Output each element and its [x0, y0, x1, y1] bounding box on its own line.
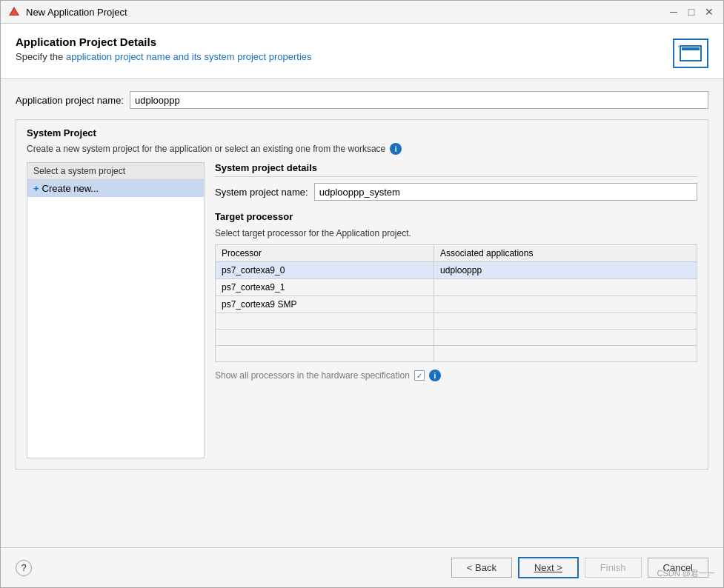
two-panel: Select a system project + Create new... …: [27, 162, 697, 458]
desc-link: application project name and its system …: [66, 51, 312, 62]
title-bar: New Application Project ─ □ ✕: [1, 1, 723, 24]
page-description: Specify the application project name and…: [16, 51, 312, 62]
system-project-name-label: System project name:: [215, 187, 308, 198]
apps-cell: [434, 330, 697, 346]
create-new-item[interactable]: + Create new...: [27, 180, 204, 197]
col-apps: Associated applications: [434, 245, 697, 262]
dialog: New Application Project ─ □ ✕ Applicatio…: [0, 0, 724, 588]
table-row[interactable]: ps7_cortexa9_1: [216, 279, 697, 296]
app-project-name-input[interactable]: [130, 91, 708, 109]
table-row: [216, 330, 697, 346]
system-project-name-input[interactable]: [314, 183, 697, 201]
app-logo: [8, 6, 20, 18]
footer-left: ?: [16, 560, 32, 576]
table-row[interactable]: ps7_cortexa9_0 udplooppp: [216, 262, 697, 279]
next-button[interactable]: Next >: [518, 557, 579, 578]
finish-button[interactable]: Finish: [585, 558, 642, 578]
show-all-checkbox[interactable]: [414, 370, 425, 381]
system-project-list: Select a system project + Create new...: [27, 162, 205, 458]
system-project-name-row: System project name:: [215, 183, 697, 201]
wizard-icon: [673, 39, 708, 68]
apps-cell: [434, 346, 697, 362]
create-new-label: Create new...: [42, 183, 99, 194]
left-panel: Select a system project + Create new...: [27, 162, 205, 458]
system-project-section: System Project Create a new system proje…: [16, 119, 708, 470]
system-project-title: System Project: [27, 127, 697, 138]
table-row: [216, 313, 697, 330]
dialog-title: New Application Project: [26, 7, 661, 18]
apps-cell: udplooppp: [434, 262, 697, 279]
processor-cell: ps7_cortexa9_0: [216, 262, 434, 279]
header-text: Application Project Details Specify the …: [16, 36, 312, 62]
processor-cell: [216, 330, 434, 346]
apps-cell: [434, 313, 697, 330]
processor-table: Processor Associated applications ps7_co…: [215, 244, 697, 362]
info-icon[interactable]: i: [390, 143, 402, 155]
processor-cell: [216, 346, 434, 362]
app-project-name-label: Application project name:: [16, 95, 124, 106]
processor-cell: ps7_cortexa9 SMP: [216, 296, 434, 313]
processor-cell: ps7_cortexa9_1: [216, 279, 434, 296]
minimize-button[interactable]: ─: [667, 5, 680, 19]
app-project-name-row: Application project name:: [16, 91, 708, 109]
window-controls: ─ □ ✕: [667, 5, 716, 19]
apps-cell: [434, 279, 697, 296]
right-panel: System project details System project na…: [215, 162, 697, 458]
header-area: Application Project Details Specify the …: [1, 24, 723, 79]
content-area: Application project name: System Project…: [1, 79, 723, 547]
target-processor-desc: Select target processor for the Applicat…: [215, 228, 697, 238]
watermark: CSDN @君一一: [657, 568, 715, 579]
table-row[interactable]: ps7_cortexa9 SMP: [216, 296, 697, 313]
apps-cell: [434, 296, 697, 313]
show-all-info-icon[interactable]: i: [429, 370, 441, 381]
processor-cell: [216, 313, 434, 330]
show-all-row: Show all processors in the hardware spec…: [215, 370, 697, 381]
footer: ? < Back Next > Finish Cancel: [1, 547, 723, 587]
page-title: Application Project Details: [16, 36, 312, 48]
svg-rect-3: [682, 47, 700, 50]
show-all-label: Show all processors in the hardware spec…: [215, 370, 410, 381]
maximize-button[interactable]: □: [685, 5, 698, 19]
system-project-desc: Create a new system project for the appl…: [27, 143, 697, 155]
close-button[interactable]: ✕: [703, 5, 716, 19]
system-project-details-title: System project details: [215, 162, 697, 177]
back-button[interactable]: < Back: [451, 558, 512, 578]
list-header: Select a system project: [27, 163, 204, 180]
table-header-row: Processor Associated applications: [216, 245, 697, 262]
help-button[interactable]: ?: [16, 560, 32, 576]
plus-icon: +: [33, 183, 39, 194]
table-row: [216, 346, 697, 362]
col-processor: Processor: [216, 245, 434, 262]
target-processor-title: Target processor: [215, 211, 697, 222]
